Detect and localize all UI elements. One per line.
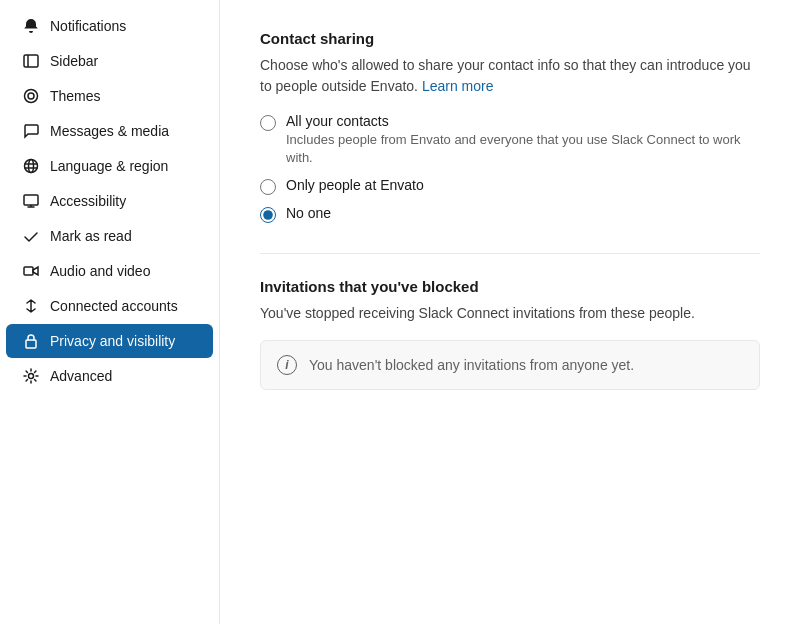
sidebar-item-label-audio-video: Audio and video	[50, 263, 150, 279]
svg-rect-0	[24, 55, 38, 67]
blocked-invitations-description: You've stopped receiving Slack Connect i…	[260, 303, 760, 324]
svg-rect-9	[24, 267, 33, 275]
svg-point-2	[28, 93, 34, 99]
no-blocked-invitations-box: i You haven't blocked any invitations fr…	[260, 340, 760, 390]
mark-as-read-icon	[22, 227, 40, 245]
info-icon: i	[277, 355, 297, 375]
sidebar-item-privacy-visibility[interactable]: Privacy and visibility	[6, 324, 213, 358]
radio-label-main-only-envato: Only people at Envato	[286, 177, 424, 193]
sidebar-icon	[22, 52, 40, 70]
sidebar-item-label-accessibility: Accessibility	[50, 193, 126, 209]
section-divider	[260, 253, 760, 254]
language-region-icon	[22, 157, 40, 175]
sidebar: NotificationsSidebarThemesMessages & med…	[0, 0, 220, 624]
radio-label-main-no-one: No one	[286, 205, 331, 221]
advanced-icon	[22, 367, 40, 385]
radio-option-all-contacts[interactable]: All your contactsIncludes people from En…	[260, 113, 760, 167]
radio-label-main-all-contacts: All your contacts	[286, 113, 760, 129]
sidebar-item-label-language-region: Language & region	[50, 158, 168, 174]
sidebar-item-themes[interactable]: Themes	[6, 79, 213, 113]
blocked-invitations-title: Invitations that you've blocked	[260, 278, 760, 295]
svg-point-11	[29, 374, 34, 379]
accessibility-icon	[22, 192, 40, 210]
blocked-invitations-section: Invitations that you've blocked You've s…	[260, 278, 760, 390]
sidebar-item-language-region[interactable]: Language & region	[6, 149, 213, 183]
sidebar-item-mark-as-read[interactable]: Mark as read	[6, 219, 213, 253]
sidebar-item-advanced[interactable]: Advanced	[6, 359, 213, 393]
radio-input-only-envato[interactable]	[260, 179, 276, 195]
radio-label-only-envato: Only people at Envato	[286, 177, 424, 193]
learn-more-link[interactable]: Learn more	[422, 78, 494, 94]
radio-input-no-one[interactable]	[260, 207, 276, 223]
sidebar-item-notifications[interactable]: Notifications	[6, 9, 213, 43]
contact-sharing-desc-text: Choose who's allowed to share your conta…	[260, 57, 751, 94]
connected-accounts-icon	[22, 297, 40, 315]
privacy-visibility-icon	[22, 332, 40, 350]
contact-sharing-section: Contact sharing Choose who's allowed to …	[260, 30, 760, 223]
sidebar-item-sidebar[interactable]: Sidebar	[6, 44, 213, 78]
sidebar-item-audio-video[interactable]: Audio and video	[6, 254, 213, 288]
sidebar-item-accessibility[interactable]: Accessibility	[6, 184, 213, 218]
contact-sharing-description: Choose who's allowed to share your conta…	[260, 55, 760, 97]
radio-label-all-contacts: All your contactsIncludes people from En…	[286, 113, 760, 167]
contact-sharing-title: Contact sharing	[260, 30, 760, 47]
sidebar-item-messages-media[interactable]: Messages & media	[6, 114, 213, 148]
svg-rect-8	[24, 195, 38, 205]
themes-icon	[22, 87, 40, 105]
svg-point-5	[29, 160, 34, 173]
radio-option-only-envato[interactable]: Only people at Envato	[260, 177, 760, 195]
audio-video-icon	[22, 262, 40, 280]
sidebar-item-label-mark-as-read: Mark as read	[50, 228, 132, 244]
radio-input-all-contacts[interactable]	[260, 115, 276, 131]
sidebar-item-label-sidebar: Sidebar	[50, 53, 98, 69]
sidebar-item-label-notifications: Notifications	[50, 18, 126, 34]
radio-label-sub-all-contacts: Includes people from Envato and everyone…	[286, 131, 760, 167]
notifications-icon	[22, 17, 40, 35]
no-blocked-invitations-text: You haven't blocked any invitations from…	[309, 357, 634, 373]
svg-point-3	[25, 90, 38, 103]
main-content: Contact sharing Choose who's allowed to …	[220, 0, 800, 624]
sidebar-item-label-advanced: Advanced	[50, 368, 112, 384]
contact-sharing-options: All your contactsIncludes people from En…	[260, 113, 760, 223]
sidebar-item-label-themes: Themes	[50, 88, 101, 104]
radio-label-no-one: No one	[286, 205, 331, 221]
sidebar-item-label-connected-accounts: Connected accounts	[50, 298, 178, 314]
sidebar-item-label-privacy-visibility: Privacy and visibility	[50, 333, 175, 349]
svg-rect-10	[26, 340, 36, 348]
radio-option-no-one[interactable]: No one	[260, 205, 760, 223]
svg-point-4	[25, 160, 38, 173]
sidebar-item-label-messages-media: Messages & media	[50, 123, 169, 139]
messages-media-icon	[22, 122, 40, 140]
sidebar-item-connected-accounts[interactable]: Connected accounts	[6, 289, 213, 323]
